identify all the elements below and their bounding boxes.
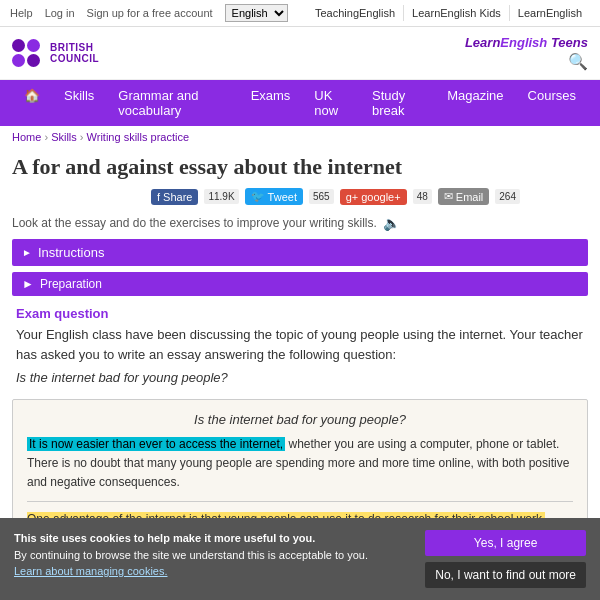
instructions-label: Instructions: [38, 245, 104, 260]
nav-grammar[interactable]: Grammar and vocabulary: [106, 80, 238, 126]
twitter-label: Tweet: [268, 191, 297, 203]
email-icon: ✉: [444, 190, 453, 203]
nav-magazine[interactable]: Magazine: [435, 80, 515, 126]
logo-dot-br: [27, 54, 40, 67]
british-council-logo-icon: [12, 39, 40, 67]
exam-question-italic: Is the internet bad for young people?: [16, 370, 584, 385]
nav-exams[interactable]: Exams: [239, 80, 303, 126]
exam-question-area: Exam question Your English class have be…: [12, 300, 588, 391]
facebook-count: 11.9K: [204, 189, 238, 204]
twitter-share-button[interactable]: 🐦 Tweet: [245, 188, 303, 205]
intro-text: Look at the essay and do the exercises t…: [12, 216, 377, 230]
social-bar: f Share 11.9K 🐦 Tweet 565 g+ google+ 48 …: [0, 184, 600, 211]
chevron-right-icon: ►: [22, 247, 32, 258]
login-link[interactable]: Log in: [45, 7, 75, 19]
top-right-links: TeachingEnglish LearnEnglish Kids LearnE…: [307, 5, 590, 21]
page-title: A for and against essay about the intern…: [0, 148, 600, 184]
cookie-text-area: This site uses cookies to help make it m…: [14, 530, 415, 580]
speaker-icon[interactable]: 🔈: [383, 215, 400, 231]
logo-dot-tl: [12, 39, 25, 52]
help-link[interactable]: Help: [10, 7, 33, 19]
cookie-yes-button[interactable]: Yes, I agree: [425, 530, 586, 556]
googleplus-label: google+: [361, 191, 400, 203]
facebook-icon: f: [157, 191, 160, 203]
home-icon: 🏠: [24, 88, 40, 103]
top-nav-bar: Help Log in Sign up for a free account E…: [0, 0, 600, 27]
email-share-button[interactable]: ✉ Email: [438, 188, 490, 205]
exam-body-text: Your English class have been discussing …: [16, 325, 584, 364]
search-icon[interactable]: 🔍: [465, 52, 588, 71]
cookie-no-button[interactable]: No, I want to find out more: [425, 562, 586, 588]
language-select[interactable]: English: [225, 4, 288, 22]
intro-strip: Look at the essay and do the exercises t…: [12, 211, 588, 235]
logo-dot-tr: [27, 39, 40, 52]
essay-highlight-cyan: It is now easier than ever to access the…: [27, 437, 285, 451]
nav-home[interactable]: 🏠: [12, 80, 52, 126]
cookie-main-text: This site uses cookies to help make it m…: [14, 532, 315, 544]
email-count: 264: [495, 189, 520, 204]
main-nav: 🏠 Skills Grammar and vocabulary Exams UK…: [0, 80, 600, 126]
cookie-learn-link[interactable]: Learn about managing cookies.: [14, 565, 168, 577]
googleplus-icon: g+: [346, 191, 359, 203]
breadcrumb-skills[interactable]: Skills: [51, 131, 77, 143]
nav-skills[interactable]: Skills: [52, 80, 106, 126]
email-label: Email: [456, 191, 484, 203]
googleplus-count: 48: [413, 189, 432, 204]
learnenglish-kids-link[interactable]: LearnEnglish Kids: [404, 5, 510, 21]
facebook-share-button[interactable]: f Share: [151, 189, 198, 205]
breadcrumb-current: Writing skills practice: [87, 131, 190, 143]
googleplus-share-button[interactable]: g+ google+: [340, 189, 407, 205]
teaching-english-link[interactable]: TeachingEnglish: [307, 5, 404, 21]
facebook-label: Share: [163, 191, 192, 203]
essay-title: Is the internet bad for young people?: [27, 412, 573, 427]
nav-uknow[interactable]: UK now: [302, 80, 360, 126]
signup-link[interactable]: Sign up for a free account: [87, 7, 213, 19]
site-tagline: LearnEnglish Teens: [465, 35, 588, 50]
header-right: LearnEnglish Teens 🔍: [465, 35, 588, 71]
preparation-section[interactable]: ► Preparation: [12, 272, 588, 296]
essay-divider: [27, 501, 573, 502]
cookie-buttons: Yes, I agree No, I want to find out more: [425, 530, 586, 588]
nav-courses[interactable]: Courses: [516, 80, 588, 126]
chevron-right-icon-prep: ►: [22, 277, 34, 291]
breadcrumb-home[interactable]: Home: [12, 131, 41, 143]
cookie-sub-text: By continuing to browse the site we unde…: [14, 549, 368, 561]
twitter-icon: 🐦: [251, 190, 265, 203]
exam-section-title: Exam question: [16, 306, 584, 321]
twitter-count: 565: [309, 189, 334, 204]
british-council-text: BRITISH COUNCIL: [50, 42, 99, 64]
learnenglish-link[interactable]: LearnEnglish: [510, 5, 590, 21]
cookie-banner: This site uses cookies to help make it m…: [0, 518, 600, 600]
preparation-label: Preparation: [40, 277, 102, 291]
logo-area: BRITISH COUNCIL: [12, 39, 99, 67]
breadcrumb: Home › Skills › Writing skills practice: [0, 126, 600, 148]
essay-paragraph-1: It is now easier than ever to access the…: [27, 435, 573, 493]
site-header: BRITISH COUNCIL LearnEnglish Teens 🔍: [0, 27, 600, 80]
logo-dot-bl: [12, 54, 25, 67]
nav-studybreak[interactable]: Study break: [360, 80, 435, 126]
instructions-header[interactable]: ► Instructions: [12, 239, 588, 266]
instructions-accordion: ► Instructions: [12, 239, 588, 266]
